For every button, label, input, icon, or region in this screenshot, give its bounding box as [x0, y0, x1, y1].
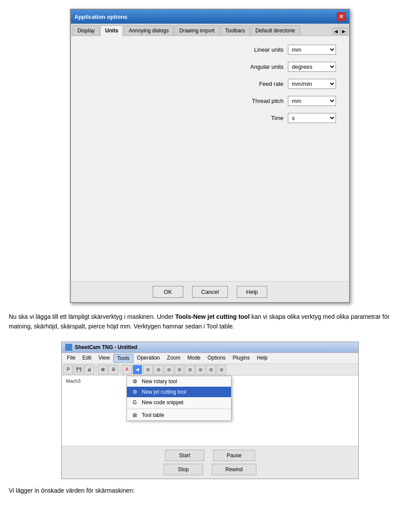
app-content-area: Mach3 ⚙ New rotary tool ⚙ New jet cuttin…	[62, 376, 358, 446]
tool-table-label: Tool table	[142, 412, 164, 418]
dropdown-separator	[127, 409, 231, 409]
feed-rate-select[interactable]: mm/min inch/min	[288, 79, 336, 89]
angular-units-label: Angular units	[231, 64, 284, 70]
menu-new-jet-cutting-tool[interactable]: ⚙ New jet cutting tool	[127, 387, 231, 397]
menu-plugins[interactable]: Plugins	[229, 354, 253, 363]
angular-units-row: Angular units degrees radians	[84, 62, 336, 72]
tab-navigation: ◀ ▶	[332, 28, 347, 35]
app-titlebar: SheetCam TNG - Untitled	[62, 342, 358, 353]
dialog-body: Linear units mm inch Angular units degre…	[71, 36, 349, 281]
menu-new-code-snippet[interactable]: G New code snippet	[127, 397, 231, 408]
app-title: SheetCam TNG - Untitled	[75, 344, 137, 350]
toolbar-btn-print[interactable]: 🖨	[84, 365, 94, 374]
tab-next-button[interactable]: ▶	[340, 28, 347, 35]
thread-pitch-row: Thread pitch mm inch	[84, 96, 336, 106]
thread-pitch-label: Thread pitch	[231, 98, 284, 104]
toolbar-btn-circle1[interactable]: ◎	[143, 365, 153, 374]
menu-operation[interactable]: Operation	[133, 354, 164, 363]
menu-zoom[interactable]: Zoom	[164, 354, 184, 363]
angular-units-select[interactable]: degrees radians	[288, 62, 336, 72]
toolbar-btn-circle5[interactable]: ◎	[185, 365, 195, 374]
toolbar-btn-red[interactable]: A	[122, 365, 132, 374]
text-intro: Nu ska vi lägga till ett lämpligt skärve…	[9, 313, 175, 320]
app-container: SheetCam TNG - Untitled File Edit View T…	[0, 339, 420, 481]
dialog-close-button[interactable]: ✕	[337, 12, 346, 21]
menu-file[interactable]: File	[63, 354, 79, 363]
menu-edit[interactable]: Edit	[79, 354, 95, 363]
sheetcam-window: SheetCam TNG - Untitled File Edit View T…	[61, 342, 359, 479]
code-snippet-label: New code snippet	[142, 399, 183, 406]
menu-help[interactable]: Help	[253, 354, 271, 363]
toolbar-sep-1	[96, 365, 96, 374]
toolbar-btn-list[interactable]: ☰	[108, 365, 118, 374]
toolbar-btn-grid[interactable]: ⊞	[98, 365, 108, 374]
menu-view[interactable]: View	[95, 354, 113, 363]
dialog-tabs: Display Units Annoying dialogs Drawing i…	[71, 24, 349, 36]
menu-mode[interactable]: Mode	[184, 354, 204, 363]
toolbar-btn-blue[interactable]: ◀	[133, 365, 142, 374]
toolbar-btn-circle2[interactable]: ◎	[154, 365, 163, 374]
linear-units-row: Linear units mm inch	[84, 45, 336, 55]
tab-toolbars[interactable]: Toolbars	[220, 25, 249, 35]
toolbar-btn-circle3[interactable]: ◎	[164, 365, 174, 374]
feed-rate-row: Feed rate mm/min inch/min	[84, 79, 336, 89]
toolbar-sep-2	[120, 365, 120, 374]
control-row-2: Stop Rewind	[164, 464, 256, 475]
dialog-titlebar: Application options ✕	[71, 10, 349, 24]
toolbar-btn-circle8[interactable]: ◎	[217, 365, 226, 374]
application-options-dialog: Application options ✕ Display Units Anno…	[70, 9, 350, 303]
tab-units[interactable]: Units	[100, 25, 123, 36]
app-toolbar: P 💾 🖨 ⊞ ☰ A ◀ ◎ ◎ ◎ ◎ ◎ ◎ ◎ ◎	[62, 364, 358, 376]
tab-display[interactable]: Display	[73, 25, 99, 35]
app-menubar: File Edit View Tools Operation Zoom Mode…	[62, 353, 358, 364]
thread-pitch-select[interactable]: mm inch	[288, 96, 336, 106]
linear-units-label: Linear units	[231, 46, 284, 53]
menu-tool-table[interactable]: ⊞ Tool table	[127, 410, 231, 420]
text-paragraph-1: Nu ska vi lägga till ett lämpligt skärve…	[0, 307, 420, 339]
bottom-text-paragraph: Vi lägger in önskade värden för skärmask…	[0, 481, 420, 500]
time-row: Time s min	[84, 113, 336, 123]
ok-button[interactable]: OK	[153, 286, 183, 298]
app-icon	[65, 344, 72, 351]
bottom-text: Vi lägger in önskade värden för skärmask…	[9, 486, 411, 495]
menu-new-rotary-tool[interactable]: ⚙ New rotary tool	[127, 376, 231, 387]
toolbar-btn-save[interactable]: 💾	[74, 365, 84, 374]
feed-rate-label: Feed rate	[231, 81, 284, 87]
code-snippet-icon: G	[131, 399, 138, 406]
toolbar-btn-circle7[interactable]: ◎	[206, 365, 216, 374]
dialog-footer: OK Cancel Help	[71, 281, 349, 302]
control-area: Start Pause Stop Rewind	[62, 446, 358, 479]
time-select[interactable]: s min	[288, 113, 336, 123]
control-row-1: Start Pause	[165, 450, 255, 461]
jet-cutting-label: New jet cutting tool	[142, 389, 186, 395]
stop-button[interactable]: Stop	[164, 464, 203, 475]
tool-table-icon: ⊞	[131, 412, 138, 418]
rotary-tool-label: New rotary tool	[142, 378, 177, 385]
tools-dropdown-menu: ⚙ New rotary tool ⚙ New jet cutting tool…	[126, 376, 231, 421]
cancel-button[interactable]: Cancel	[192, 286, 228, 298]
dialog-title: Application options	[74, 14, 127, 20]
text-bold-tools: Tools-New jet cutting tool	[175, 313, 249, 320]
pause-button[interactable]: Pause	[213, 450, 255, 461]
tab-annoying-dialogs[interactable]: Annoying dialogs	[124, 25, 173, 35]
tab-drawing-import[interactable]: Drawing import	[175, 25, 220, 35]
toolbar-btn-p[interactable]: P	[63, 365, 73, 374]
rewind-button[interactable]: Rewind	[212, 464, 256, 475]
toolbar-btn-circle4[interactable]: ◎	[175, 365, 184, 374]
dialog-container: Application options ✕ Display Units Anno…	[0, 0, 420, 307]
menu-options[interactable]: Options	[204, 354, 229, 363]
tab-default-directories[interactable]: Default directorie	[251, 25, 300, 35]
rotary-tool-icon: ⚙	[131, 378, 138, 385]
time-label: Time	[231, 115, 284, 121]
jet-cutting-icon: ⚙	[131, 389, 138, 395]
start-button[interactable]: Start	[165, 450, 204, 461]
menu-tools[interactable]: Tools	[113, 354, 133, 363]
toolbar-btn-circle6[interactable]: ◎	[196, 365, 205, 374]
help-button[interactable]: Help	[237, 286, 267, 298]
tab-prev-button[interactable]: ◀	[332, 28, 340, 35]
linear-units-select[interactable]: mm inch	[288, 45, 336, 55]
